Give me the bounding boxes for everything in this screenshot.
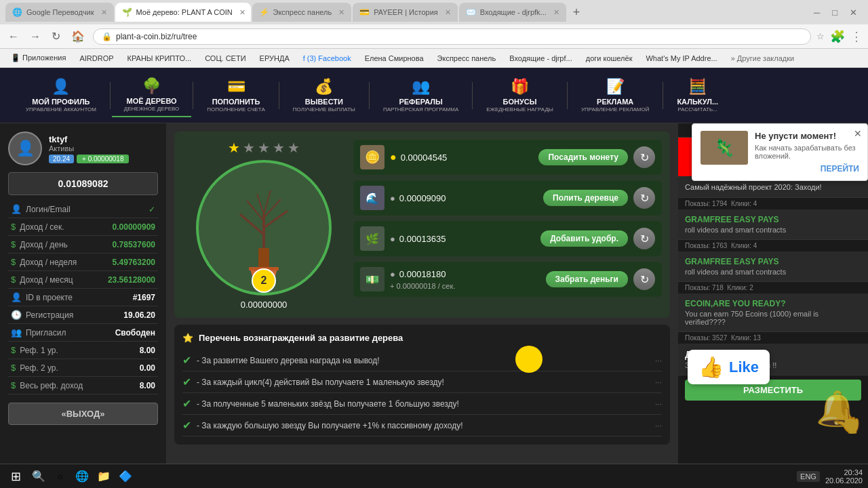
tab-plant-coin[interactable]: 🌱 Моё дерево: PLANT A COIN ✕ [115,3,251,22]
bookmark-crypto[interactable]: КРАНЫ КРИПТО... [122,53,197,64]
window-close[interactable]: ✕ [844,7,863,18]
water-tree-secondary-button[interactable]: ↻ [633,187,655,209]
taskbar-app-icon[interactable]: 🔷 [116,467,135,486]
bookmark-apps[interactable]: 📱 Приложения [5,52,71,64]
main-panel: ★ ★ ★ ★ ★ [166,123,678,488]
nav-item-bonuses[interactable]: 🎁 БОНУСЫ ЕЖЕДНЕВНЫЕ НАГРАДЫ [474,74,566,117]
ecoin-box[interactable]: ECOIN,ARE YOU READY? You can earn 750 Ec… [678,293,868,332]
taskbar-explorer-icon[interactable]: 📁 [94,467,113,486]
taskbar-search[interactable]: 🔍 [29,467,48,486]
bookmark-star-icon[interactable]: ☆ [816,31,825,41]
bookmark-more[interactable]: » Другие закладки [726,53,800,64]
tab-close-icon[interactable]: ✕ [445,8,451,17]
nav-item-profile[interactable]: 👤 МОЙ ПРОФИЛЬ УПРАВЛЕНИЕ АККАУНТОМ [14,74,108,117]
bookmark-doge[interactable]: доги кошелёк [580,53,638,64]
action-icon-1: 🪙 [360,145,384,169]
tab-close-icon[interactable]: ✕ [553,8,559,17]
gramfree-title-1: GRAMFREE EASY PAYS [685,215,861,224]
nav-item-topup[interactable]: 💳 ПОПОЛНИТЬ ПОПОЛНЕНИЕ СЧЕТА [195,74,277,117]
windows-start-button[interactable]: ⊞ [5,466,26,487]
url-input[interactable]: 🔒 plant-a-coin.biz/ru/tree [93,28,811,45]
popup-image: 🦎 [701,131,748,165]
gramfree-box-1[interactable]: GRAMFREE EASY PAYS roll videos and smart… [678,209,868,240]
ref-total-value: 8.00 [140,381,155,390]
water-tree-button[interactable]: Полить деревце [543,190,628,206]
collect-secondary-button[interactable]: ↻ [633,268,655,290]
popup-close-icon[interactable]: ✕ [854,128,862,139]
tab-favicon: 🌱 [122,7,132,17]
tab-close-icon[interactable]: ✕ [101,8,107,17]
bookmark-express[interactable]: Экспресс панель [432,53,502,64]
ref1-icon: $ [11,345,16,355]
fertilize-secondary-button[interactable]: ↻ [633,228,655,249]
extensions-icon[interactable]: 🧩 [830,29,845,44]
bonuses-nav-title: БОНУСЫ [503,98,537,106]
bookmark-elena[interactable]: Елена Смирнова [359,53,429,64]
reg-icon: 🕒 [11,310,22,320]
tab-title: Моё дерево: PLANT A COIN [136,8,233,16]
like-overlay[interactable]: 👍 Like [688,350,770,384]
content-area: 👤 tktyf Активы 20.24 + 0.00000018 0.0108… [0,123,868,488]
svg-line-8 [257,194,264,214]
withdraw-nav-icon: 💰 [315,78,333,96]
bookmark-social[interactable]: СОЦ. СЕТИ [199,53,251,64]
nav-divider-5 [472,82,473,109]
menu-icon[interactable]: ⋮ [850,29,863,44]
new-tab-button[interactable]: + [568,5,586,20]
tab-payeer[interactable]: 💳 PAYEER | История ✕ [353,3,458,22]
plant-coin-secondary-button[interactable]: ↻ [633,146,655,168]
ref1-value: 8.00 [140,346,155,355]
bookmark-inbox[interactable]: Входящие - djrpf... [504,53,578,64]
tab-express[interactable]: ⚡ Экспресс панель ✕ [252,3,352,22]
nav-item-ads[interactable]: 📝 РЕКЛАМА УПРАВЛЕНИЕ РЕКЛАМОЙ [569,74,661,117]
tab-google-translate[interactable]: 🌐 Google Переводчик ✕ [5,3,114,22]
fertilize-button[interactable]: Добавить удобр. [540,230,628,247]
nav-back-button[interactable]: ← [5,29,22,44]
bookmark-myip[interactable]: What's My IP Addre... [640,53,722,64]
logout-button[interactable]: «ВЫХОД» [8,403,158,425]
tab-close-icon[interactable]: ✕ [239,8,245,17]
withdraw-nav-title: ВЫВЕСТИ [305,98,343,106]
window-maximize[interactable]: □ [827,7,843,18]
plant-coin-button[interactable]: Посадить монету [538,149,628,165]
tab-close-icon[interactable]: ✕ [338,8,344,17]
calc-nav-icon: 🧮 [688,78,707,96]
nav-item-calc[interactable]: 🧮 КАЛЬКУЛ... РАССЧИТАТЬ... [665,74,730,117]
tab-favicon: 💳 [359,7,370,17]
ad-stats-3: Показы: 718 Клики: 2 [678,282,868,293]
tab-favicon: ✉️ [466,7,476,17]
bookmark-misc[interactable]: ЕРУНДА [254,53,295,64]
tab-title: Экспресс панель [273,8,332,16]
nav-refresh-button[interactable]: ↻ [49,28,63,44]
bookmark-airdrop[interactable]: AIRDROP [74,53,119,64]
user-details: tktyf Активы 20.24 + 0.00000018 [49,134,158,163]
bookmark-facebook[interactable]: f (3) Facebook [298,53,357,64]
thumbs-up-icon: 👍 [698,355,724,379]
action-coin-4: ● 0.00018180 [390,269,540,279]
window-minimize[interactable]: ─ [808,7,825,18]
tab-inbox[interactable]: ✉️ Входящие - djrpfk... ✕ [459,3,566,22]
income-sec-icon: $ [11,222,16,232]
tab-favicon: 🌐 [12,7,22,17]
nav-forward-button[interactable]: → [27,29,43,44]
tree-nav-title: МОЁ ДЕРЕВО [126,97,176,105]
bookmarks-bar: 📱 Приложения AIRDROP КРАНЫ КРИПТО... СОЦ… [0,49,868,68]
gramfree-box-2[interactable]: GRAMFREE EASY PAYS roll videos and smart… [678,251,868,282]
taskbar-cortana[interactable]: ○ [51,467,70,486]
collect-money-button[interactable]: Забрать деньги [546,271,629,287]
tree-nav-icon: 🌳 [142,77,161,95]
id-row: 👤 ID в проекте #1697 [8,289,158,306]
income-week-row: $ Доход / неделя 5.49763200 [8,253,158,271]
popup-link[interactable]: ПЕРЕЙТИ [755,164,859,174]
nav-item-tree[interactable]: 🌳 МОЁ ДЕРЕВО ДЕНЕЖНОЕ ДЕРЕВО [112,73,192,117]
nav-item-withdraw[interactable]: 💰 ВЫВЕСТИ ПОЛУЧЕНИЕ ВЫПЛАТЫ [281,74,368,117]
nav-home-button[interactable]: 🏠 [68,28,87,44]
star-4-icon: ★ [273,140,285,156]
bonuses-nav-icon: 🎁 [511,78,529,96]
popup-desc-text: Как начать зарабатывать без вложений. [755,144,859,160]
reward-dots-1: ··· [655,356,662,365]
popup-content: 🦎 Не упусти момент! Как начать зарабатыв… [701,131,859,174]
reward-dots-4: ··· [655,421,662,430]
nav-item-referrals[interactable]: 👥 РЕФЕРАЛЫ ПАРТНЁРСКАЯ ПРОГРАММА [371,74,471,117]
taskbar-chrome-icon[interactable]: 🌐 [73,467,92,486]
